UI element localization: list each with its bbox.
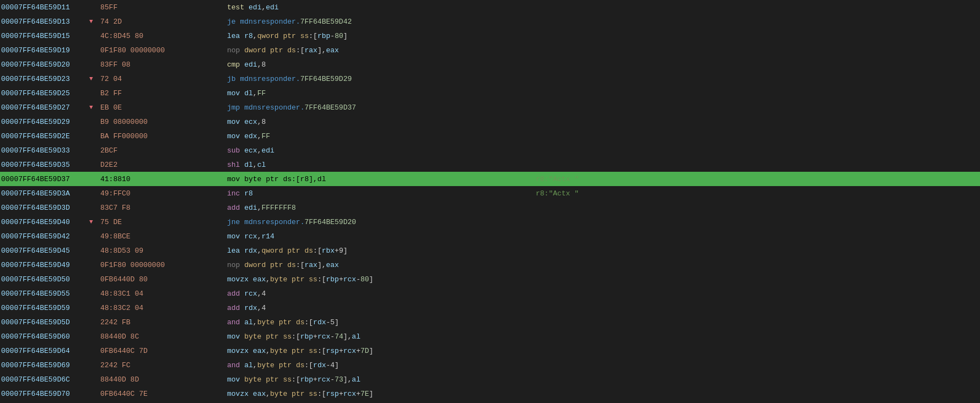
mnemonic-cell: movzx eax,byte ptr ss:[rsp+rcx+7E]: [227, 390, 536, 398]
address-cell: 00007FF64BE59D40: [1, 218, 89, 226]
bytes-cell: 83C7 F8: [100, 204, 227, 212]
bytes-cell: 4C:8D45 80: [100, 32, 227, 40]
table-row[interactable]: 00007FF64BE59D3741:8810mov byte ptr ds:[…: [0, 172, 980, 186]
address-cell: 00007FF64BE59D33: [1, 146, 89, 155]
bytes-cell: 0F1F80 00000000: [100, 261, 227, 269]
mnemonic-cell: mov byte ptr ss:[rbp+rcx-73],al: [227, 375, 536, 384]
mnemonic-cell: jmp mdnsresponder.7FF64BE59D37: [227, 104, 536, 112]
table-row[interactable]: 00007FF64BE59D5D2242 FBand al,byte ptr d…: [0, 315, 980, 329]
bytes-cell: 48:8D53 09: [100, 247, 227, 255]
address-cell: 00007FF64BE59D15: [1, 32, 89, 40]
bytes-cell: 72 04: [100, 75, 227, 83]
bytes-cell: 41:8810: [100, 175, 227, 183]
address-cell: 00007FF64BE59D49: [1, 261, 89, 269]
table-row[interactable]: 00007FF64BE59D13▼74 2Dje mdnsresponder.7…: [0, 14, 980, 29]
table-row[interactable]: 00007FF64BE59D190F1F80 00000000nop dword…: [0, 43, 980, 57]
table-row[interactable]: 00007FF64BE59D2083FF 08cmp edi,8: [0, 57, 980, 72]
mnemonic-cell: add edi,FFFFFFF8: [227, 204, 536, 212]
mnemonic-cell: mov rcx,r14: [227, 232, 536, 241]
table-row[interactable]: 00007FF64BE59D640FB6440C 7Dmovzx eax,byt…: [0, 344, 980, 358]
table-row[interactable]: 00007FF64BE59D2EBA FF000000mov edx,FF: [0, 129, 980, 143]
mnemonic-cell: jne mdnsresponder.7FF64BE59D20: [227, 218, 536, 226]
address-cell: 00007FF64BE59D2E: [1, 132, 89, 140]
table-row[interactable]: 00007FF64BE59D4249:8BCEmov rcx,r14: [0, 229, 980, 243]
mnemonic-cell: movzx eax,byte ptr ss:[rsp+rcx+7D]: [227, 347, 536, 355]
address-cell: 00007FF64BE59D13: [1, 18, 89, 26]
address-cell: 00007FF64BE59D70: [1, 390, 89, 398]
mnemonic-cell: inc r8: [227, 189, 536, 198]
table-row[interactable]: 00007FF64BE59D5948:83C2 04add rdx,4: [0, 301, 980, 315]
address-cell: 00007FF64BE59D6C: [1, 375, 89, 384]
mnemonic-cell: jb mdnsresponder.7FF64BE59D29: [227, 75, 536, 83]
mnemonic-cell: mov dl,FF: [227, 89, 536, 97]
address-cell: 00007FF64BE59D3D: [1, 204, 89, 212]
bytes-cell: 0FB6440D 80: [100, 275, 227, 284]
bytes-cell: 49:8BCE: [100, 232, 227, 241]
mnemonic-cell: and al,byte ptr ds:[rdx-5]: [227, 318, 536, 326]
address-cell: 00007FF64BE59D5D: [1, 318, 89, 326]
bytes-cell: B2 FF: [100, 89, 227, 97]
bytes-cell: 74 2D: [100, 18, 227, 26]
mnemonic-cell: add rdx,4: [227, 304, 536, 312]
table-row[interactable]: 00007FF64BE59D35D2E2shl dl,cl: [0, 157, 980, 172]
table-row[interactable]: 00007FF64BE59D27▼EB 0Ejmp mdnsresponder.…: [0, 100, 980, 115]
table-row[interactable]: 00007FF64BE59D700FB6440C 7Emovzx eax,byt…: [0, 386, 980, 401]
address-cell: 00007FF64BE59D23: [1, 75, 89, 83]
mnemonic-cell: mov byte ptr ds:[r8],dl: [227, 175, 536, 183]
bytes-cell: 0F1F80 00000000: [100, 46, 227, 55]
address-cell: 00007FF64BE59D20: [1, 61, 89, 69]
comment-cell: r8:"Actx ": [536, 175, 579, 183]
bytes-cell: 0FB6440C 7E: [100, 390, 227, 398]
table-row[interactable]: 00007FF64BE59D154C:8D45 80lea r8,qword p…: [0, 29, 980, 43]
table-row[interactable]: 00007FF64BE59D500FB6440D 80movzx eax,byt…: [0, 272, 980, 286]
address-cell: 00007FF64BE59D50: [1, 275, 89, 284]
bytes-cell: 2BCF: [100, 146, 227, 155]
address-cell: 00007FF64BE59D45: [1, 247, 89, 255]
mnemonic-cell: mov byte ptr ss:[rbp+rcx-74],al: [227, 333, 536, 341]
mnemonic-cell: mov edx,FF: [227, 132, 536, 140]
bytes-cell: BA FF000000: [100, 132, 227, 140]
mnemonic-cell: cmp edi,8: [227, 61, 536, 69]
table-row[interactable]: 00007FF64BE59D1185FFtest edi,edi: [0, 0, 980, 14]
table-row[interactable]: 00007FF64BE59D6C88440D 8Dmov byte ptr ss…: [0, 372, 980, 386]
table-row[interactable]: 00007FF64BE59D23▼72 04jb mdnsresponder.7…: [0, 72, 980, 86]
arrow-indicator: ▼: [89, 18, 100, 25]
table-row[interactable]: 00007FF64BE59D752242 FDand al,byte ptr d…: [0, 401, 980, 403]
bytes-cell: 85FF: [100, 3, 227, 12]
bytes-cell: 75 DE: [100, 218, 227, 226]
comment-cell: r8:"Actx ": [536, 189, 579, 198]
address-cell: 00007FF64BE59D11: [1, 3, 89, 12]
table-row[interactable]: 00007FF64BE59D332BCFsub ecx,edi: [0, 143, 980, 157]
arrow-indicator: ▼: [89, 219, 100, 225]
table-row[interactable]: 00007FF64BE59D29B9 08000000mov ecx,8: [0, 115, 980, 129]
table-row[interactable]: 00007FF64BE59D40▼75 DEjne mdnsresponder.…: [0, 215, 980, 229]
table-row[interactable]: 00007FF64BE59D3A49:FFC0inc r8r8:"Actx ": [0, 186, 980, 200]
bytes-cell: 83FF 08: [100, 61, 227, 69]
address-cell: 00007FF64BE59D60: [1, 333, 89, 341]
mnemonic-cell: add rcx,4: [227, 290, 536, 298]
table-row[interactable]: 00007FF64BE59D25B2 FFmov dl,FF: [0, 86, 980, 100]
address-cell: 00007FF64BE59D59: [1, 304, 89, 312]
address-cell: 00007FF64BE59D3A: [1, 189, 89, 198]
address-cell: 00007FF64BE59D37: [1, 175, 89, 183]
table-row[interactable]: 00007FF64BE59D6088440D 8Cmov byte ptr ss…: [0, 329, 980, 344]
bytes-cell: 88440D 8C: [100, 333, 227, 341]
disassembly-view: 00007FF64BE59D1185FFtest edi,edi00007FF6…: [0, 0, 980, 403]
mnemonic-cell: nop dword ptr ds:[rax],eax: [227, 46, 536, 55]
table-row[interactable]: 00007FF64BE59D692242 FCand al,byte ptr d…: [0, 358, 980, 372]
mnemonic-cell: sub ecx,edi: [227, 146, 536, 155]
mnemonic-cell: movzx eax,byte ptr ss:[rbp+rcx-80]: [227, 275, 536, 284]
mnemonic-cell: test edi,edi: [227, 3, 536, 12]
bytes-cell: EB 0E: [100, 104, 227, 112]
address-cell: 00007FF64BE59D64: [1, 347, 89, 355]
bytes-cell: 2242 FC: [100, 361, 227, 369]
address-cell: 00007FF64BE59D19: [1, 46, 89, 55]
address-cell: 00007FF64BE59D55: [1, 290, 89, 298]
table-row[interactable]: 00007FF64BE59D490F1F80 00000000nop dword…: [0, 258, 980, 272]
table-row[interactable]: 00007FF64BE59D3D83C7 F8add edi,FFFFFFF8: [0, 200, 980, 215]
table-row[interactable]: 00007FF64BE59D4548:8D53 09lea rdx,qword …: [0, 243, 980, 258]
mnemonic-cell: lea r8,qword ptr ss:[rbp-80]: [227, 32, 536, 40]
address-cell: 00007FF64BE59D35: [1, 161, 89, 169]
mnemonic-cell: nop dword ptr ds:[rax],eax: [227, 261, 536, 269]
table-row[interactable]: 00007FF64BE59D5548:83C1 04add rcx,4: [0, 286, 980, 301]
